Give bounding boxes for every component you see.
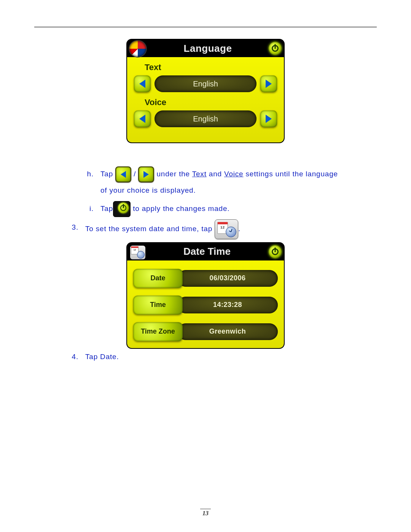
text-fragment: .: [238, 225, 241, 233]
text-fragment: Tap: [100, 204, 113, 212]
date-button[interactable]: Date: [133, 269, 183, 288]
time-value: 14:23:28: [177, 297, 278, 313]
language-body: Text English Voice English: [127, 57, 284, 142]
instruction-3: 3. To set the system date and time, tap …: [68, 219, 350, 239]
datetime-badge-icon: 12: [130, 246, 145, 259]
text-prev-button[interactable]: [134, 75, 151, 92]
language-header: Language: [127, 40, 284, 57]
datetime-header: 12 Date Time: [127, 243, 284, 260]
list-marker: 3.: [68, 219, 78, 239]
time-button[interactable]: Time: [133, 296, 183, 315]
voice-selector-row: English: [134, 110, 277, 127]
text-fragment: of your choice is displayed.: [100, 182, 350, 198]
time-row: Time 14:23:28: [133, 296, 278, 315]
text-section-label: Text: [145, 62, 277, 72]
power-icon[interactable]: [269, 245, 282, 258]
voice-section-label: Voice: [145, 97, 277, 107]
text-fragment: and: [207, 170, 224, 178]
timezone-button[interactable]: Time Zone: [133, 322, 183, 341]
instruction-4: 4. Tap Date.: [68, 349, 350, 365]
instructions-tail: 4. Tap Date.: [84, 349, 350, 365]
instructions: h. Tap / under the Text and Voice settin…: [84, 166, 350, 239]
list-marker: i.: [84, 201, 94, 217]
list-marker: 4.: [68, 349, 78, 365]
arrow-right-icon: [138, 166, 154, 182]
header-rule: [34, 27, 377, 27]
page-number: 13: [0, 509, 411, 517]
text-fragment: under the: [154, 170, 192, 178]
instruction-i-content: Tap to apply the changes made.: [100, 201, 350, 217]
instruction-i: i. Tap to apply the changes made.: [84, 201, 350, 217]
instruction-3-content: To set the system date and time, tap 12.: [85, 219, 350, 239]
list-marker: h.: [84, 166, 94, 198]
timezone-row: Time Zone Greenwich: [133, 322, 278, 341]
text-selector-row: English: [134, 75, 277, 92]
voice-underline: Voice: [224, 170, 243, 178]
power-icon[interactable]: [269, 42, 282, 55]
text-fragment: Tap: [100, 170, 115, 178]
datetime-icon: 12: [215, 219, 238, 239]
text-next-button[interactable]: [260, 75, 277, 92]
voice-next-button[interactable]: [260, 110, 277, 127]
language-title: Language: [147, 43, 269, 54]
date-row: Date 06/03/2006: [133, 269, 278, 288]
voice-prev-button[interactable]: [134, 110, 151, 127]
text-underline: Text: [192, 170, 207, 178]
instruction-4-content: Tap Date.: [85, 349, 350, 365]
arrow-left-icon: [115, 166, 131, 182]
timezone-value: Greenwich: [177, 323, 278, 340]
text-fragment: settings until the language: [243, 170, 338, 178]
date-value: 06/03/2006: [177, 270, 278, 287]
page: Language Text English Voice English h. T…: [0, 0, 411, 532]
text-fragment: /: [131, 170, 138, 178]
instruction-h-content: Tap / under the Text and Voice settings …: [100, 166, 350, 198]
text-fragment: to apply the changes made.: [131, 204, 229, 212]
datetime-screen: 12 Date Time Date 06/03/2006 Time 14:23:…: [126, 242, 285, 349]
datetime-title: Date Time: [145, 246, 269, 257]
language-screen: Language Text English Voice English: [126, 39, 285, 143]
instruction-h: h. Tap / under the Text and Voice settin…: [84, 166, 350, 198]
power-button-icon: [113, 201, 131, 217]
text-fragment: To set the system date and time, tap: [85, 225, 215, 233]
voice-value: English: [155, 110, 256, 127]
text-value: English: [155, 75, 256, 92]
flags-icon: [129, 40, 147, 58]
datetime-body: Date 06/03/2006 Time 14:23:28 Time Zone …: [127, 260, 284, 348]
